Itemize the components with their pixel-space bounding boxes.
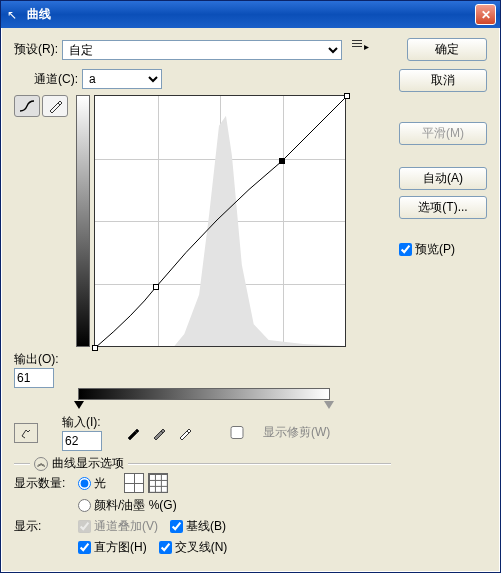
smooth-button: 平滑(M) — [399, 122, 487, 145]
output-label: 输出(O): — [14, 351, 74, 368]
pigment-option[interactable]: 颜料/油墨 %(G) — [78, 497, 177, 514]
output-field[interactable] — [14, 368, 54, 388]
gray-eyedropper[interactable] — [149, 423, 169, 443]
baseline-checkbox[interactable] — [170, 520, 183, 533]
display-options-header: 曲线显示选项 — [52, 455, 124, 472]
collapse-toggle[interactable]: ︽ — [34, 457, 48, 471]
pigment-radio[interactable] — [78, 499, 91, 512]
output-gradient — [76, 95, 90, 347]
white-point-slider[interactable] — [324, 401, 334, 409]
curve-point-1[interactable] — [153, 284, 159, 290]
curve-point-3[interactable] — [344, 93, 350, 99]
preview-checkbox[interactable] — [399, 243, 412, 256]
channel-overlay-checkbox — [78, 520, 91, 533]
titlebar: ↖ 曲线 ✕ — [1, 1, 500, 28]
histogram-checkbox[interactable] — [78, 541, 91, 554]
channel-label: 通道(C): — [34, 71, 78, 88]
black-eyedropper[interactable] — [123, 423, 143, 443]
histogram-option[interactable]: 直方图(H) — [78, 539, 147, 556]
curve-point-0[interactable] — [92, 345, 98, 351]
channel-select[interactable]: a — [82, 69, 162, 89]
pencil-icon — [48, 99, 62, 113]
ok-button[interactable]: 确定 — [407, 38, 487, 61]
light-option[interactable]: 光 — [78, 475, 106, 492]
black-point-slider[interactable] — [74, 401, 84, 409]
curve-point-2[interactable] — [279, 158, 285, 164]
show-clipping-checkbox[interactable] — [217, 426, 257, 439]
grid-detailed-button[interactable] — [148, 473, 168, 493]
preview-option[interactable]: 预览(P) — [399, 241, 487, 258]
show-clipping-option[interactable]: 显示修剪(W) — [217, 424, 331, 441]
white-eyedropper[interactable] — [175, 423, 195, 443]
light-radio[interactable] — [78, 477, 91, 490]
close-button[interactable]: ✕ — [475, 4, 496, 25]
curve-icon — [19, 99, 35, 113]
grid-simple-button[interactable] — [124, 473, 144, 493]
intersection-checkbox[interactable] — [159, 541, 172, 554]
input-field[interactable] — [62, 431, 102, 451]
preset-select[interactable]: 自定 — [62, 40, 342, 60]
preset-label: 预设(R): — [14, 41, 58, 58]
cancel-button[interactable]: 取消 — [399, 69, 487, 92]
options-button[interactable]: 选项(T)... — [399, 196, 487, 219]
show-label: 显示: — [14, 518, 74, 535]
input-label: 输入(I): — [62, 414, 101, 431]
finger-icon — [19, 426, 33, 440]
curve-grid[interactable] — [94, 95, 346, 347]
cursor-icon: ↖ — [7, 8, 23, 22]
channel-overlay-option[interactable]: 通道叠加(V) — [78, 518, 158, 535]
intersection-option[interactable]: 交叉线(N) — [159, 539, 228, 556]
preset-menu-icon[interactable] — [352, 40, 362, 60]
point-adjust-tool[interactable] — [14, 423, 38, 443]
quantity-label: 显示数量: — [14, 475, 74, 492]
dialog-title: 曲线 — [27, 6, 475, 23]
pencil-tool-button[interactable] — [42, 95, 68, 117]
input-gradient[interactable] — [78, 388, 330, 400]
auto-button[interactable]: 自动(A) — [399, 167, 487, 190]
curve-tool-button[interactable] — [14, 95, 40, 117]
baseline-option[interactable]: 基线(B) — [170, 518, 226, 535]
curve-line — [95, 96, 347, 348]
